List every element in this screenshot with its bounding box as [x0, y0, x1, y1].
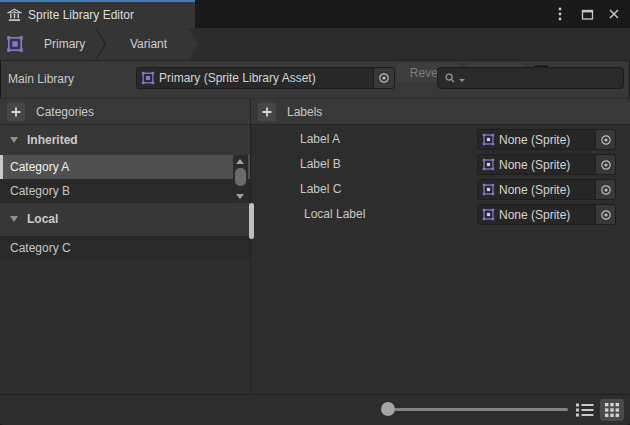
main-library-label: Main Library: [8, 72, 74, 86]
label-name[interactable]: Label C: [300, 182, 341, 196]
label-name[interactable]: Label A: [300, 132, 340, 146]
object-picker-button[interactable]: [595, 205, 615, 224]
labels-panel: Label A None (Sprite): [251, 125, 630, 394]
sprite-icon: [482, 183, 495, 196]
titlebar: Sprite Library Editor: [0, 0, 630, 28]
sprite-library-editor-window: Sprite Library Editor Primary Variant: [0, 0, 630, 425]
sprite-object-field[interactable]: None (Sprite): [477, 154, 616, 175]
category-row-b[interactable]: Category B: [0, 179, 250, 203]
tab-sprite-library-editor[interactable]: Sprite Library Editor: [0, 0, 195, 28]
panel-headers: Categories Labels: [0, 98, 630, 125]
breadcrumb: Primary Variant: [0, 28, 198, 60]
sprite-icon: [482, 133, 495, 146]
toolbar: Primary Variant Revert Save Auto Save: [0, 28, 630, 61]
scrollbar-thumb[interactable]: [235, 168, 246, 186]
breadcrumb-chevron-separator: [0, 28, 198, 60]
sprite-library-icon: [141, 71, 155, 85]
category-row-a[interactable]: Category A: [0, 155, 250, 179]
slider-thumb[interactable]: [381, 402, 395, 416]
grid-view-button[interactable]: [600, 399, 624, 421]
list-view-icon: [576, 403, 594, 417]
footer-bar: [0, 394, 630, 425]
maximize-icon[interactable]: [580, 6, 594, 22]
sprite-object-field[interactable]: None (Sprite): [477, 129, 616, 150]
more-menu-icon[interactable]: [553, 6, 567, 22]
foldout-inherited[interactable]: Inherited: [0, 128, 250, 152]
main-library-object-field[interactable]: Primary (Sprite Library Asset): [136, 67, 395, 89]
foldout-arrow-icon: [10, 137, 18, 143]
tab-title: Sprite Library Editor: [28, 8, 134, 22]
object-picker-icon: [378, 72, 390, 84]
object-picker-button[interactable]: [595, 130, 615, 149]
label-row[interactable]: Label B None (Sprite): [251, 152, 630, 177]
add-category-button[interactable]: [6, 102, 26, 122]
foldout-local[interactable]: Local: [0, 207, 250, 231]
object-picker-icon: [600, 134, 612, 146]
object-picker-button[interactable]: [595, 180, 615, 199]
sprite-object-body: None (Sprite): [478, 130, 595, 149]
label-name[interactable]: Local Label: [304, 207, 365, 221]
foldout-local-label: Local: [27, 212, 58, 226]
window-controls: [553, 0, 621, 28]
scroll-up-arrow-icon[interactable]: [236, 159, 244, 164]
sprite-object-field[interactable]: None (Sprite): [477, 179, 616, 200]
object-picker-button[interactable]: [373, 68, 394, 88]
search-field[interactable]: [437, 67, 624, 89]
sprite-object-body: None (Sprite): [478, 180, 595, 199]
categories-panel: Inherited Category A Category B Local Ca…: [0, 125, 250, 394]
close-icon[interactable]: [607, 6, 621, 22]
categories-header: Categories: [36, 105, 94, 119]
plus-icon: [10, 106, 22, 118]
foldout-arrow-icon: [10, 216, 18, 222]
main-library-object-value: Primary (Sprite Library Asset): [159, 71, 316, 85]
object-picker-icon: [600, 159, 612, 171]
sprite-icon: [482, 208, 495, 221]
grid-view-icon: [605, 403, 619, 417]
label-row-local[interactable]: Local Label None (Sprite): [251, 202, 630, 227]
label-name[interactable]: Label B: [300, 157, 341, 171]
sprite-icon: [482, 158, 495, 171]
foldout-inherited-label: Inherited: [27, 133, 78, 147]
sprite-object-value: None (Sprite): [499, 208, 570, 222]
label-row[interactable]: Label A None (Sprite): [251, 127, 630, 152]
panel-scrollbar-thumb[interactable]: [249, 203, 254, 239]
plus-icon: [261, 106, 273, 118]
category-row-c[interactable]: Category C: [0, 236, 250, 260]
library-building-icon: [7, 8, 22, 23]
category-list-scrollbar[interactable]: [233, 155, 248, 203]
add-label-button[interactable]: [257, 102, 277, 122]
object-picker-button[interactable]: [595, 155, 615, 174]
sprite-object-body: None (Sprite): [478, 205, 595, 224]
search-icon: [444, 72, 457, 85]
scroll-down-arrow-icon[interactable]: [236, 194, 244, 199]
labels-header: Labels: [287, 105, 322, 119]
sprite-object-body: None (Sprite): [478, 155, 595, 174]
object-picker-icon: [600, 209, 612, 221]
sprite-object-value: None (Sprite): [499, 183, 570, 197]
sprite-object-value: None (Sprite): [499, 133, 570, 147]
search-input[interactable]: [467, 71, 617, 85]
thumbnail-zoom-slider[interactable]: [388, 408, 568, 411]
search-filter-caret-icon[interactable]: [459, 79, 465, 82]
sprite-object-value: None (Sprite): [499, 158, 570, 172]
main-library-object-body: Primary (Sprite Library Asset): [137, 68, 373, 88]
object-picker-icon: [600, 184, 612, 196]
sprite-object-field[interactable]: None (Sprite): [477, 204, 616, 225]
label-row[interactable]: Label C None (Sprite): [251, 177, 630, 202]
list-view-button[interactable]: [573, 399, 597, 421]
